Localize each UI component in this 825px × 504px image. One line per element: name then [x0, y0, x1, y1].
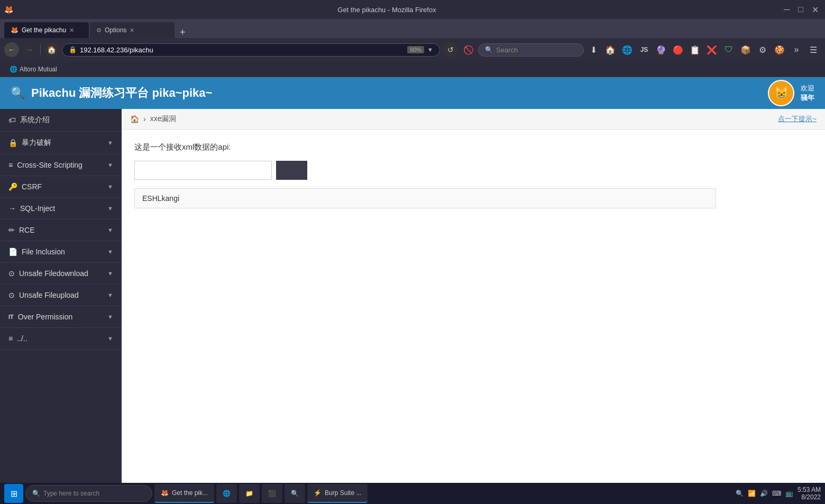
sidebar: 🏷 系统介绍 🔒 暴力破解 ▼ ≡ Cross-Site Scripting ▼… — [0, 109, 122, 483]
search-icon: 🔍 — [485, 46, 493, 53]
extension6-icon[interactable]: 📦 — [738, 42, 753, 57]
globe-icon[interactable]: 🌐 — [620, 42, 635, 57]
taskbar-app-firefox[interactable]: 🦊 Get the pik... — [154, 484, 214, 503]
avatar: 😸 — [768, 80, 794, 106]
bruteforce-chevron: ▼ — [107, 140, 113, 146]
tab-options-label: Options — [105, 26, 126, 34]
taskbar-app-files[interactable]: 📁 — [239, 484, 260, 503]
sidebar-item-unsafeupload[interactable]: ⊙ Unsafe Fileupload ▼ — [0, 285, 122, 306]
extension3-icon[interactable]: 📋 — [688, 42, 702, 57]
url-dropdown-icon[interactable]: ▼ — [427, 47, 433, 53]
more-icon[interactable]: » — [789, 42, 804, 57]
forward-button[interactable]: → — [22, 42, 37, 57]
minimize-icon[interactable]: ─ — [782, 3, 792, 16]
menu-icon[interactable]: ☰ — [806, 42, 821, 57]
options-gear-icon: ⚙ — [96, 27, 102, 34]
sidebar-item-overpermission[interactable]: IT Over Permission ▼ — [0, 306, 122, 328]
js-icon[interactable]: JS — [637, 42, 652, 57]
extension5-icon[interactable]: 🛡 — [721, 42, 736, 57]
tab-options[interactable]: ⚙ Options ✕ — [90, 22, 175, 38]
extension4-icon[interactable]: ❌ — [704, 42, 719, 57]
tabbar: 🦊 Get the pikachu ✕ ⚙ Options ✕ + — [0, 19, 825, 38]
titlebar-title: Get the pikachu - Mozilla Firefox — [0, 6, 777, 14]
settings-icon[interactable]: ⚙ — [755, 42, 770, 57]
maximize-icon[interactable]: □ — [796, 3, 805, 16]
taskbar-icon3: 🔊 — [760, 490, 768, 497]
sidebar-item-sqlinject[interactable]: → SQL-Inject ▼ — [0, 198, 122, 219]
back-button[interactable]: ← — [4, 42, 19, 57]
sidebar-intro-label: 系统介绍 — [20, 115, 50, 125]
sidebar-item-unsafedownload[interactable]: ⊙ Unsafe Filedownload ▼ — [0, 263, 122, 285]
breadcrumb-separator: › — [143, 115, 146, 123]
submit-button[interactable] — [276, 161, 307, 180]
sidebar-unsafeupload-label: Unsafe Fileupload — [19, 291, 79, 299]
navbar: ← → 🏠 🔒 192.168.42.236/pikachu 90% ▼ ↺ 🚫… — [0, 38, 825, 61]
refresh-button[interactable]: ↺ — [443, 42, 458, 57]
sidebar-item-csrf[interactable]: 🔑 CSRF ▼ — [0, 176, 122, 198]
app-header: 🔍 Pikachu 漏洞练习平台 pika~pika~ 😸 欢迎 骚年 — [0, 77, 825, 109]
search-placeholder: Search — [496, 46, 518, 54]
main-content: 🏠 › xxe漏洞 点一下提示~ 这是一个接收xml数据的api: ESHLka… — [122, 109, 825, 483]
breadcrumb-current: xxe漏洞 — [150, 114, 177, 124]
overpermission-icon: IT — [8, 314, 14, 320]
content-area: 这是一个接收xml数据的api: ESHLkangi — [122, 130, 825, 483]
url-lock-icon: 🔒 — [69, 46, 77, 53]
extension7-icon[interactable]: 🍪 — [772, 42, 787, 57]
sidebar-rce-label: RCE — [19, 226, 35, 234]
tab-close-icon[interactable]: ✕ — [69, 27, 74, 34]
taskbar-app-search[interactable]: 🔍 — [285, 484, 305, 503]
taskbar-app-ie[interactable]: 🌐 — [216, 484, 237, 503]
bookmarks-bar: 🌐 Altoro Mutual — [0, 61, 825, 77]
new-tab-button[interactable]: + — [176, 27, 190, 38]
app-title: Pikachu 漏洞练习平台 pika~pika~ — [31, 85, 762, 101]
welcome-text: 欢迎 — [801, 84, 814, 93]
search-taskbar-icon: 🔍 — [291, 490, 299, 497]
unsafeupload-icon: ⊙ — [8, 291, 15, 299]
extension1-icon[interactable]: 🔮 — [654, 42, 668, 57]
tab-label: Get the pikachu — [22, 26, 66, 34]
unsafedownload-chevron: ▼ — [107, 270, 113, 277]
sidebar-fileinclusion-label: File Inclusion — [22, 248, 65, 256]
url-bar[interactable]: 🔒 192.168.42.236/pikachu 90% ▼ — [62, 43, 440, 57]
taskbar-search[interactable]: 🔍 Type here to search — [25, 485, 152, 502]
intro-icon: 🏷 — [8, 116, 16, 124]
bookmark-label: Altoro Mutual — [20, 66, 57, 73]
sidebar-item-fileinclusion[interactable]: 📄 File Inclusion ▼ — [0, 241, 122, 263]
start-button[interactable]: ⊞ — [4, 484, 23, 503]
home-button[interactable]: 🏠 — [44, 42, 59, 57]
url-text: 192.168.42.236/pikachu — [80, 46, 404, 54]
breadcrumb-home-icon[interactable]: 🏠 — [130, 115, 139, 123]
sidebar-item-dotdot[interactable]: ≡ ../.. ▼ — [0, 328, 122, 350]
start-icon: ⊞ — [11, 489, 17, 499]
avatar-emoji: 😸 — [774, 86, 789, 100]
tab-active[interactable]: 🦊 Get the pikachu ✕ — [4, 22, 89, 38]
home-nav-icon[interactable]: 🏠 — [603, 42, 618, 57]
fileinclusion-chevron: ▼ — [107, 249, 113, 255]
rce-icon: ✏ — [8, 226, 15, 234]
bookmark-altoro[interactable]: 🌐 Altoro Mutual — [6, 65, 60, 74]
titlebar: 🦊 Get the pikachu - Mozilla Firefox ─ □ … — [0, 0, 825, 19]
taskbar-app-terminal[interactable]: ⬛ — [262, 484, 282, 503]
firefox-taskbar-icon: 🦊 — [161, 489, 169, 497]
taskbar-search-icon: 🔍 — [32, 490, 40, 497]
tab-options-close-icon[interactable]: ✕ — [130, 27, 134, 34]
search-bar[interactable]: 🔍 Search — [478, 43, 584, 57]
unsafeupload-chevron: ▼ — [107, 292, 113, 298]
sqlinject-icon: → — [8, 204, 16, 213]
download-icon[interactable]: ⬇ — [586, 42, 601, 57]
csrf-chevron: ▼ — [107, 184, 113, 190]
sidebar-item-rce[interactable]: ✏ RCE ▼ — [0, 219, 122, 241]
taskbar-app-burp[interactable]: ⚡ Burp Suite ... — [307, 484, 368, 503]
sidebar-item-bruteforce[interactable]: 🔒 暴力破解 ▼ — [0, 132, 122, 154]
breadcrumb-hint[interactable]: 点一下提示~ — [778, 114, 817, 124]
taskbar-search-placeholder: Type here to search — [43, 490, 99, 497]
extension2-icon[interactable]: 🔴 — [671, 42, 685, 57]
close-icon[interactable]: ✕ — [810, 3, 821, 17]
files-taskbar-icon: 📁 — [245, 490, 253, 497]
xml-input[interactable] — [134, 161, 272, 180]
taskbar-icon4: ⌨ — [772, 490, 781, 497]
sidebar-item-intro[interactable]: 🏷 系统介绍 — [0, 109, 122, 132]
sidebar-csrf-label: CSRF — [22, 182, 42, 191]
block-icon[interactable]: 🚫 — [461, 42, 476, 57]
sidebar-item-xss[interactable]: ≡ Cross-Site Scripting ▼ — [0, 154, 122, 176]
